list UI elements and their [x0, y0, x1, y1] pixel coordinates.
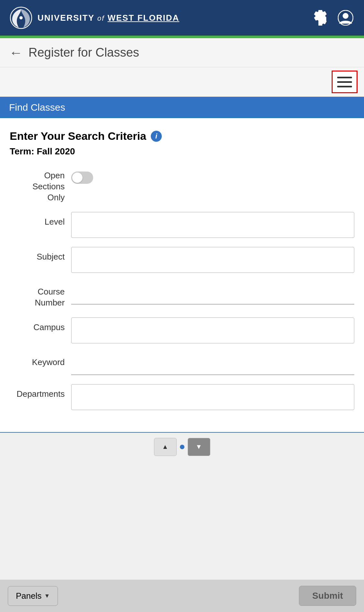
course-number-input[interactable]	[71, 282, 354, 305]
submit-button[interactable]: Submit	[299, 586, 356, 606]
nav-dot-indicator	[180, 445, 184, 449]
level-label: Level	[10, 212, 71, 228]
subject-input[interactable]	[71, 247, 354, 273]
subject-label: Subject	[10, 247, 71, 262]
level-input-container	[71, 212, 354, 238]
svg-point-1	[19, 16, 23, 19]
hamburger-row	[0, 67, 364, 97]
campus-input-container	[71, 317, 354, 343]
toggle-track	[71, 172, 93, 184]
hamburger-menu-button[interactable]	[332, 71, 358, 93]
user-profile-button[interactable]	[337, 9, 354, 27]
keyword-input-container	[71, 352, 354, 375]
course-number-row: CourseNumber	[10, 282, 354, 308]
find-classes-label: Find Classes	[9, 102, 65, 113]
campus-label: Campus	[10, 317, 71, 333]
panels-dropdown-arrow: ▼	[44, 593, 50, 599]
green-accent-bar	[0, 36, 364, 38]
nav-up-button[interactable]: ▲	[154, 438, 177, 456]
svg-point-3	[343, 13, 348, 19]
departments-row: Departments	[10, 384, 354, 410]
footer-bar: Panels ▼ Submit	[0, 580, 364, 612]
form-title: Enter Your Search Criteria i	[10, 130, 354, 142]
departments-input-container	[71, 384, 354, 410]
course-number-label: CourseNumber	[10, 282, 71, 308]
keyword-input[interactable]	[71, 352, 354, 375]
uwf-logo-icon	[10, 6, 32, 29]
find-classes-tab[interactable]: Find Classes	[0, 97, 364, 118]
pagination-nav: ▲ ▼	[0, 432, 364, 461]
logo: UNIVERSITY of WEST FLORIDA	[10, 6, 179, 29]
departments-input[interactable]	[71, 384, 354, 410]
term-label: Term: Fall 2020	[10, 146, 354, 157]
level-input[interactable]	[71, 212, 354, 238]
campus-input[interactable]	[71, 317, 354, 343]
keyword-label: Keyword	[10, 352, 71, 368]
hamburger-line-1	[337, 77, 352, 78]
page-title: Register for Classes	[28, 46, 139, 60]
open-sections-row: OpenSectionsOnly	[10, 168, 354, 203]
level-row: Level	[10, 212, 354, 238]
nav-down-button[interactable]: ▼	[188, 438, 210, 456]
campus-row: Campus	[10, 317, 354, 343]
header: UNIVERSITY of WEST FLORIDA	[0, 0, 364, 36]
course-number-input-container	[71, 282, 354, 305]
open-sections-toggle-container	[71, 168, 354, 184]
panels-button[interactable]: Panels ▼	[8, 586, 58, 606]
info-icon[interactable]: i	[151, 131, 162, 142]
hamburger-line-2	[337, 81, 352, 83]
logo-text: UNIVERSITY of WEST FLORIDA	[38, 13, 179, 23]
open-sections-toggle[interactable]	[71, 172, 93, 184]
header-icons	[312, 9, 354, 27]
keyword-row: Keyword	[10, 352, 354, 375]
departments-label: Departments	[10, 384, 71, 400]
user-icon	[338, 10, 353, 26]
hamburger-line-3	[337, 86, 352, 87]
panels-label: Panels	[16, 591, 42, 601]
open-sections-label: OpenSectionsOnly	[10, 168, 71, 203]
back-navigation: ← Register for Classes	[0, 38, 364, 67]
subject-row: Subject	[10, 247, 354, 273]
back-button[interactable]: ←	[9, 46, 23, 60]
gear-icon	[313, 10, 328, 26]
settings-button[interactable]	[312, 9, 329, 27]
search-form-card: Enter Your Search Criteria i Term: Fall …	[0, 118, 364, 432]
subject-input-container	[71, 247, 354, 273]
toggle-thumb	[72, 172, 83, 183]
